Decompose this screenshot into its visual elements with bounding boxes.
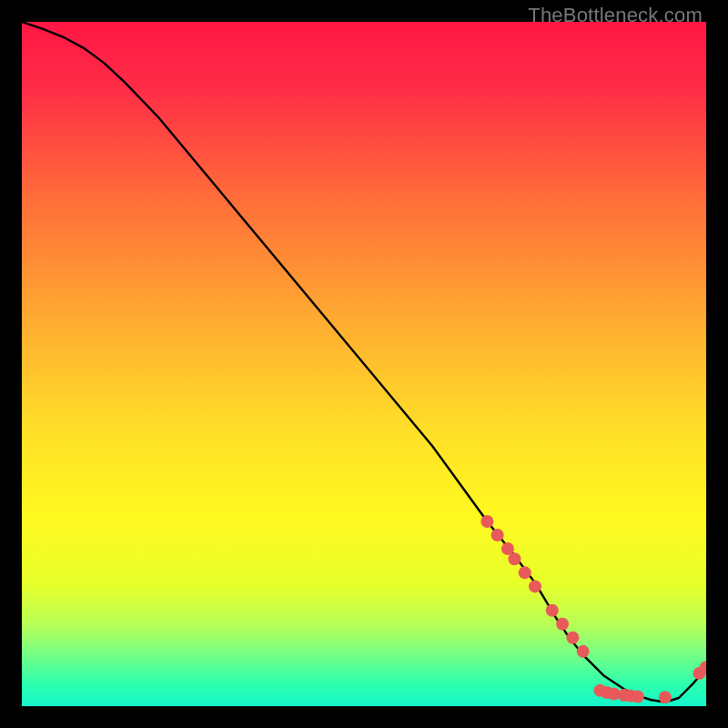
marker-point — [508, 552, 521, 565]
marker-point — [546, 604, 559, 617]
marker-point — [519, 566, 531, 579]
marker-point — [491, 529, 504, 541]
marker-point — [529, 580, 541, 592]
chart-frame — [22, 22, 706, 706]
marker-point — [566, 632, 579, 644]
marker-point — [632, 690, 644, 703]
chart-svg — [22, 22, 706, 706]
marker-point — [556, 618, 569, 631]
marker-point — [659, 691, 672, 703]
marker-point — [577, 645, 590, 658]
marker-point — [480, 515, 493, 528]
